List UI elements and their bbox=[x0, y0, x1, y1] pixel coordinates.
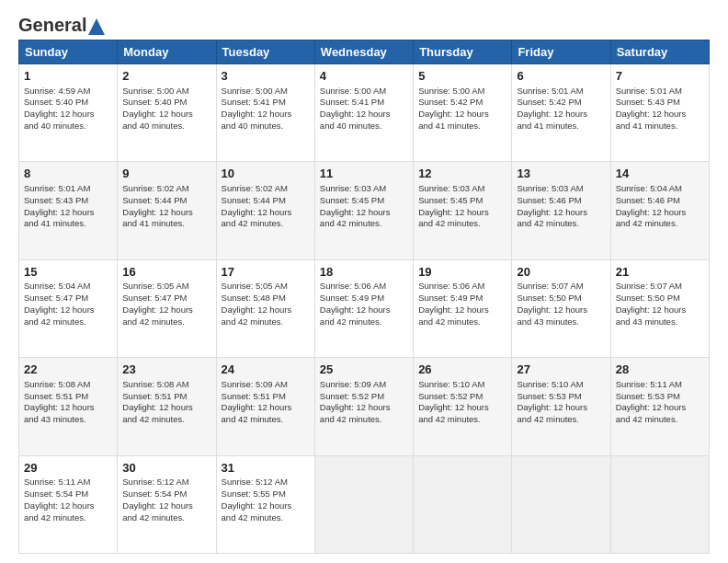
day-info-line: Sunset: 5:50 PM bbox=[616, 293, 704, 304]
day-info-line: Sunrise: 5:10 AM bbox=[517, 379, 605, 391]
day-info-line: Sunrise: 5:00 AM bbox=[122, 86, 210, 98]
logo-icon bbox=[88, 18, 105, 35]
day-info-line: Sunrise: 5:03 AM bbox=[418, 183, 506, 195]
day-info-line: Daylight: 12 hours bbox=[122, 500, 210, 512]
day-info-line: and 42 minutes. bbox=[222, 414, 310, 426]
day-info-line: and 41 minutes. bbox=[616, 121, 704, 132]
day-info-line: and 40 minutes. bbox=[24, 121, 112, 132]
calendar-cell: 3Sunrise: 5:00 AMSunset: 5:41 PMDaylight… bbox=[216, 64, 314, 162]
day-info-line: and 42 minutes. bbox=[418, 316, 506, 328]
day-info-line: Sunset: 5:48 PM bbox=[222, 293, 310, 304]
day-info-line: Sunrise: 5:09 AM bbox=[320, 379, 408, 391]
day-number: 14 bbox=[616, 166, 704, 182]
day-number: 2 bbox=[122, 68, 210, 85]
day-info-line: Sunrise: 5:00 AM bbox=[320, 86, 408, 98]
day-number: 22 bbox=[24, 362, 112, 378]
day-info-line: and 42 minutes. bbox=[320, 414, 408, 426]
day-info-line: and 42 minutes. bbox=[24, 316, 112, 328]
calendar-cell: 7Sunrise: 5:01 AMSunset: 5:43 PMDaylight… bbox=[610, 64, 709, 162]
day-number: 3 bbox=[222, 68, 310, 85]
calendar-cell: 30Sunrise: 5:12 AMSunset: 5:54 PMDayligh… bbox=[118, 455, 216, 553]
calendar-week-row: 29Sunrise: 5:11 AMSunset: 5:54 PMDayligh… bbox=[19, 455, 710, 553]
calendar-cell: 29Sunrise: 5:11 AMSunset: 5:54 PMDayligh… bbox=[19, 455, 118, 553]
day-info-line: Sunrise: 4:59 AM bbox=[24, 86, 112, 98]
day-number: 10 bbox=[222, 166, 310, 182]
day-info-line: Daylight: 12 hours bbox=[222, 304, 310, 316]
day-info-line: Sunrise: 5:08 AM bbox=[24, 379, 112, 391]
day-info-line: Sunrise: 5:01 AM bbox=[616, 86, 704, 98]
day-info-line: Daylight: 12 hours bbox=[418, 402, 506, 414]
day-info-line: Sunset: 5:41 PM bbox=[320, 97, 408, 109]
calendar-cell bbox=[610, 455, 709, 553]
calendar-cell: 5Sunrise: 5:00 AMSunset: 5:42 PMDaylight… bbox=[414, 64, 512, 162]
day-number: 27 bbox=[517, 362, 605, 378]
day-info-line: Sunrise: 5:04 AM bbox=[616, 183, 704, 195]
calendar-week-row: 15Sunrise: 5:04 AMSunset: 5:47 PMDayligh… bbox=[19, 259, 710, 357]
calendar-page: General SundayMondayTuesdayWednesdayThur… bbox=[0, 0, 728, 563]
day-info-line: and 41 minutes. bbox=[24, 218, 112, 230]
day-number: 8 bbox=[24, 166, 112, 182]
day-info-line: Sunset: 5:51 PM bbox=[24, 391, 112, 403]
day-info-line: and 40 minutes. bbox=[122, 121, 210, 132]
day-info-line: Daylight: 12 hours bbox=[616, 207, 704, 219]
day-info-line: Daylight: 12 hours bbox=[616, 304, 704, 316]
day-info-line: Sunset: 5:55 PM bbox=[222, 488, 310, 500]
day-info-line: Sunset: 5:53 PM bbox=[616, 391, 704, 403]
weekday-header-tuesday: Tuesday bbox=[216, 40, 314, 64]
day-info-line: Sunrise: 5:02 AM bbox=[222, 183, 310, 195]
day-info-line: and 42 minutes. bbox=[517, 414, 605, 426]
day-number: 7 bbox=[616, 68, 704, 85]
calendar-cell bbox=[512, 455, 610, 553]
day-info-line: Sunset: 5:54 PM bbox=[24, 488, 112, 500]
calendar-cell: 20Sunrise: 5:07 AMSunset: 5:50 PMDayligh… bbox=[512, 259, 610, 357]
calendar-cell: 12Sunrise: 5:03 AMSunset: 5:45 PMDayligh… bbox=[414, 162, 512, 259]
day-info-line: and 42 minutes. bbox=[616, 218, 704, 230]
day-info-line: Sunset: 5:49 PM bbox=[320, 293, 408, 304]
day-info-line: Daylight: 12 hours bbox=[320, 304, 408, 316]
day-info-line: and 42 minutes. bbox=[616, 414, 704, 426]
day-info-line: Sunset: 5:45 PM bbox=[320, 195, 408, 207]
day-number: 30 bbox=[122, 460, 210, 477]
day-number: 17 bbox=[222, 264, 310, 281]
day-info-line: Sunset: 5:40 PM bbox=[122, 97, 210, 109]
day-info-line: Sunrise: 5:12 AM bbox=[122, 477, 210, 488]
day-info-line: and 43 minutes. bbox=[517, 316, 605, 328]
day-info-line: Sunset: 5:47 PM bbox=[24, 293, 112, 304]
weekday-header-row: SundayMondayTuesdayWednesdayThursdayFrid… bbox=[19, 40, 710, 64]
day-info-line: and 40 minutes. bbox=[320, 121, 408, 132]
day-number: 29 bbox=[24, 460, 112, 477]
day-info-line: and 40 minutes. bbox=[222, 121, 310, 132]
page-header: General bbox=[18, 15, 710, 32]
day-info-line: and 42 minutes. bbox=[122, 512, 210, 524]
day-info-line: Sunrise: 5:11 AM bbox=[616, 379, 704, 391]
day-info-line: Sunset: 5:53 PM bbox=[517, 391, 605, 403]
day-info-line: Sunset: 5:45 PM bbox=[418, 195, 506, 207]
day-info-line: Daylight: 12 hours bbox=[24, 207, 112, 219]
day-number: 31 bbox=[222, 460, 310, 477]
day-number: 28 bbox=[616, 362, 704, 378]
day-info-line: Daylight: 12 hours bbox=[24, 304, 112, 316]
calendar-cell: 18Sunrise: 5:06 AMSunset: 5:49 PMDayligh… bbox=[314, 259, 413, 357]
day-info-line: Sunset: 5:43 PM bbox=[24, 195, 112, 207]
day-info-line: Daylight: 12 hours bbox=[616, 402, 704, 414]
calendar-week-row: 1Sunrise: 4:59 AMSunset: 5:40 PMDaylight… bbox=[19, 64, 710, 162]
day-number: 12 bbox=[418, 166, 506, 182]
calendar-cell: 14Sunrise: 5:04 AMSunset: 5:46 PMDayligh… bbox=[610, 162, 709, 259]
day-info-line: Sunset: 5:42 PM bbox=[418, 97, 506, 109]
day-number: 4 bbox=[320, 68, 408, 85]
day-info-line: Daylight: 12 hours bbox=[122, 109, 210, 121]
calendar-cell: 11Sunrise: 5:03 AMSunset: 5:45 PMDayligh… bbox=[314, 162, 413, 259]
day-info-line: Sunset: 5:44 PM bbox=[222, 195, 310, 207]
day-info-line: Sunrise: 5:04 AM bbox=[24, 281, 112, 293]
day-info-line: Daylight: 12 hours bbox=[222, 207, 310, 219]
day-info-line: Sunset: 5:46 PM bbox=[517, 195, 605, 207]
calendar-week-row: 8Sunrise: 5:01 AMSunset: 5:43 PMDaylight… bbox=[19, 162, 710, 259]
day-info-line: Sunset: 5:54 PM bbox=[122, 488, 210, 500]
calendar-cell: 22Sunrise: 5:08 AMSunset: 5:51 PMDayligh… bbox=[19, 358, 118, 455]
day-info-line: Daylight: 12 hours bbox=[517, 109, 605, 121]
calendar-cell: 9Sunrise: 5:02 AMSunset: 5:44 PMDaylight… bbox=[118, 162, 216, 259]
day-info-line: Sunset: 5:43 PM bbox=[616, 97, 704, 109]
day-info-line: Sunrise: 5:07 AM bbox=[616, 281, 704, 293]
logo-general: General bbox=[18, 15, 86, 36]
calendar-cell bbox=[414, 455, 512, 553]
